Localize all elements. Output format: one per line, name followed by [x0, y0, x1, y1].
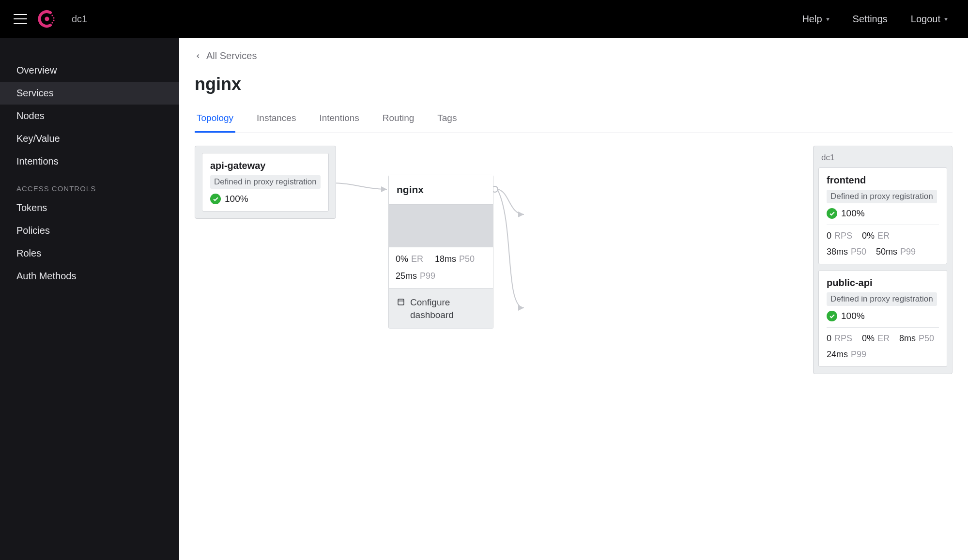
- chevron-left-icon: [195, 53, 201, 60]
- svg-point-2: [53, 17, 54, 18]
- check-icon: [827, 311, 837, 321]
- service-name: nginx: [389, 175, 493, 205]
- configure-dashboard-link[interactable]: Configure dashboard: [389, 288, 493, 329]
- proxy-registration-badge: Defined in proxy registration: [210, 175, 321, 189]
- tabs: Topology Instances Intentions Routing Ta…: [195, 108, 953, 133]
- svg-point-0: [45, 17, 49, 21]
- logout-menu[interactable]: Logout ▾: [904, 14, 954, 25]
- metric-rps: 0RPS: [827, 333, 852, 344]
- menu-icon[interactable]: [14, 14, 27, 24]
- topbar: dc1 Help ▾ Settings Logout ▾: [0, 0, 968, 38]
- service-name: public-api: [827, 277, 939, 288]
- sidebar-item-nodes[interactable]: Nodes: [0, 105, 179, 127]
- svg-marker-8: [518, 212, 524, 217]
- downstream-metrics: 0RPS 0%ER 8msP50 24msP99: [827, 327, 939, 360]
- page-title: nginx: [195, 74, 968, 94]
- breadcrumb-back[interactable]: All Services: [195, 50, 968, 61]
- sidebar: Overview Services Nodes Key/Value Intent…: [0, 38, 179, 560]
- metric-p50: 8msP50: [899, 333, 934, 344]
- tab-tags[interactable]: Tags: [435, 108, 459, 133]
- help-label: Help: [802, 14, 822, 25]
- center-service-card[interactable]: nginx 0% ER 18ms P50 25ms P99: [388, 175, 493, 329]
- metric-p99: 24msP99: [827, 349, 866, 360]
- svg-marker-5: [381, 186, 387, 192]
- proxy-registration-badge: Defined in proxy registration: [827, 292, 937, 306]
- sidebar-item-auth-methods[interactable]: Auth Methods: [0, 265, 179, 288]
- downstream-metrics: 0RPS 0%ER 38msP50 50msP99: [827, 225, 939, 257]
- svg-point-4: [51, 22, 53, 23]
- main-content: All Services nginx Topology Instances In…: [179, 38, 968, 560]
- chevron-down-icon: ▾: [944, 15, 948, 23]
- tab-topology[interactable]: Topology: [195, 108, 235, 133]
- settings-link[interactable]: Settings: [846, 14, 894, 25]
- sidebar-item-intentions[interactable]: Intentions: [0, 150, 179, 173]
- health-status: 100%: [210, 194, 321, 204]
- tab-intentions[interactable]: Intentions: [317, 108, 361, 133]
- chevron-down-icon: ▾: [826, 15, 830, 23]
- metric-p99: 50msP99: [876, 247, 916, 257]
- breadcrumb-label: All Services: [206, 50, 257, 61]
- service-name: frontend: [827, 175, 939, 186]
- consul-logo-icon: [37, 9, 57, 29]
- service-name: api-gateway: [210, 160, 321, 171]
- health-percent: 100%: [841, 208, 865, 219]
- metric-p99: 25ms P99: [396, 271, 435, 281]
- metric-er: 0%ER: [862, 333, 890, 344]
- downstream-dc-label: dc1: [818, 151, 947, 167]
- sidebar-item-policies[interactable]: Policies: [0, 219, 179, 242]
- check-icon: [210, 194, 221, 204]
- metric-p50: 18ms P50: [435, 254, 475, 264]
- metric-p50: 38msP50: [827, 247, 866, 257]
- svg-point-1: [51, 15, 53, 16]
- topology-canvas: api-gateway Defined in proxy registratio…: [195, 146, 953, 407]
- svg-rect-10: [398, 299, 404, 305]
- help-menu[interactable]: Help ▾: [795, 14, 836, 25]
- sidebar-section-access-controls: ACCESS CONTROLS: [0, 173, 179, 197]
- datacenter-label[interactable]: dc1: [72, 14, 87, 25]
- check-icon: [827, 208, 837, 219]
- health-status: 100%: [827, 311, 939, 321]
- svg-marker-9: [518, 305, 524, 311]
- sidebar-item-tokens[interactable]: Tokens: [0, 197, 179, 219]
- health-status: 100%: [827, 208, 939, 219]
- settings-label: Settings: [853, 14, 888, 25]
- health-percent: 100%: [225, 194, 248, 204]
- health-percent: 100%: [841, 311, 865, 321]
- sidebar-item-keyvalue[interactable]: Key/Value: [0, 127, 179, 150]
- tab-routing[interactable]: Routing: [381, 108, 416, 133]
- downstream-card-frontend[interactable]: frontend Defined in proxy registration 1…: [818, 167, 947, 264]
- metrics-chart-placeholder: [389, 205, 493, 247]
- downstream-card-public-api[interactable]: public-api Defined in proxy registration…: [818, 270, 947, 367]
- proxy-registration-badge: Defined in proxy registration: [827, 190, 937, 203]
- center-metrics: 0% ER 18ms P50 25ms P99: [389, 247, 493, 288]
- svg-point-3: [53, 19, 54, 21]
- upstream-card-api-gateway[interactable]: api-gateway Defined in proxy registratio…: [202, 153, 329, 212]
- metric-rps: 0RPS: [827, 231, 852, 241]
- logout-label: Logout: [911, 14, 940, 25]
- metric-er: 0%ER: [862, 231, 890, 241]
- upstream-column: api-gateway Defined in proxy registratio…: [195, 146, 336, 219]
- dashboard-icon: [397, 298, 405, 306]
- sidebar-item-services[interactable]: Services: [0, 82, 179, 105]
- tab-instances[interactable]: Instances: [255, 108, 298, 133]
- metric-er: 0% ER: [396, 254, 423, 264]
- sidebar-item-overview[interactable]: Overview: [0, 59, 179, 82]
- sidebar-item-roles[interactable]: Roles: [0, 242, 179, 265]
- downstream-column: dc1 frontend Defined in proxy registrati…: [813, 146, 953, 374]
